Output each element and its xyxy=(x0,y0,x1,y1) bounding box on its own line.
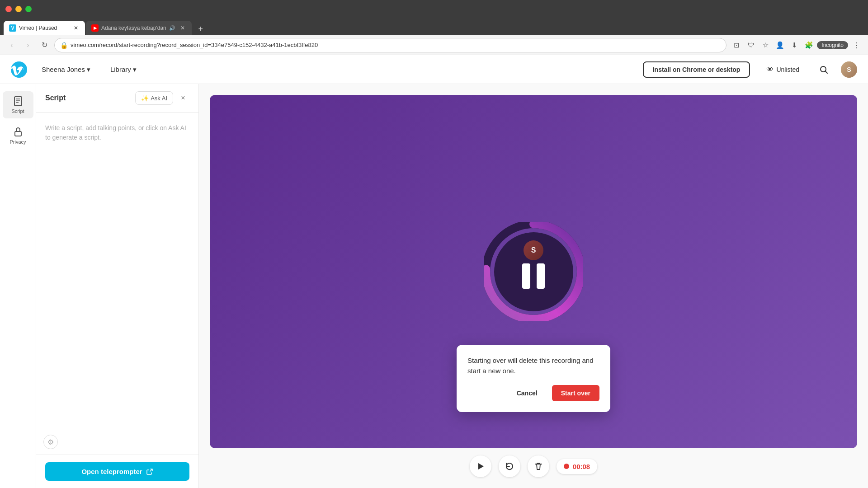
time-text: 00:08 xyxy=(573,463,590,470)
open-teleprompter-button[interactable]: Open teleprompter xyxy=(45,462,189,481)
controls-bar: 00:08 xyxy=(210,448,857,477)
library-chevron-down-icon: ▾ xyxy=(133,66,137,74)
script-panel-close-button[interactable]: × xyxy=(177,92,189,104)
profile-button[interactable]: 👤 xyxy=(774,39,786,52)
more-options-button[interactable]: ⋮ xyxy=(850,39,863,52)
browser-titlebar xyxy=(0,0,868,18)
user-menu-button[interactable]: Sheena Jones ▾ xyxy=(36,63,96,76)
restart-button[interactable] xyxy=(499,455,520,477)
library-label: Library xyxy=(110,66,131,73)
user-chevron-down-icon: ▾ xyxy=(87,66,90,74)
play-button[interactable] xyxy=(470,455,491,477)
user-name-text: Sheena Jones xyxy=(42,66,85,73)
unlisted-label: Unlisted xyxy=(776,66,799,73)
eye-off-icon: 👁 xyxy=(766,66,774,74)
script-icon xyxy=(13,96,24,107)
back-button[interactable]: ‹ xyxy=(5,39,18,52)
dialog-message: Starting over will delete this recording… xyxy=(467,356,599,376)
library-menu-button[interactable]: Library ▾ xyxy=(105,63,142,76)
close-window-button[interactable] xyxy=(5,6,12,12)
ask-ai-label: Ask AI xyxy=(151,95,167,102)
header-nav-library: Library ▾ xyxy=(105,63,142,76)
privacy-lock-icon xyxy=(13,127,24,137)
install-button[interactable]: Install on Chrome or desktop xyxy=(643,61,750,78)
sidebar-privacy-label: Privacy xyxy=(9,139,26,145)
confirmation-dialog: Starting over will delete this recording… xyxy=(457,345,610,412)
youtube-tab-close-button[interactable]: ✕ xyxy=(179,24,186,32)
extensions-button[interactable]: 🧩 xyxy=(802,39,815,52)
unlisted-button[interactable]: 👁 Unlisted xyxy=(759,62,807,77)
video-area: S Starting over will delete thi xyxy=(199,84,868,488)
maximize-window-button[interactable] xyxy=(25,6,32,12)
left-sidebar: Script Privacy xyxy=(0,84,36,488)
vimeo-tab-title: Vimeo | Paused xyxy=(19,25,70,31)
vimeo-tab-favicon: V xyxy=(9,24,16,32)
start-over-button[interactable]: Start over xyxy=(552,385,599,401)
script-panel-title: Script xyxy=(45,94,132,102)
incognito-badge[interactable]: Incognito xyxy=(817,41,848,49)
no-tracking-button[interactable]: 🛡 xyxy=(745,39,757,52)
youtube-tab-favicon: ▶ xyxy=(91,24,99,32)
browser-chrome: V Vimeo | Paused ✕ ▶ Adana keyfasya keba… xyxy=(0,0,868,55)
main-content: Script Privacy Script ✨ Ask AI × Write a xyxy=(0,84,868,488)
teleprompter-label: Open teleprompter xyxy=(81,468,142,475)
svg-point-1 xyxy=(821,66,826,72)
dialog-overlay: Starting over will delete this recording… xyxy=(210,95,857,448)
forward-button[interactable]: › xyxy=(22,39,34,52)
address-bar[interactable]: 🔒 vimeo.com/record/start-recording?recor… xyxy=(54,38,726,52)
audio-icon: 🔊 xyxy=(169,25,175,31)
settings-icon-button[interactable]: ⚙ xyxy=(43,435,58,449)
record-dot-indicator xyxy=(564,464,569,469)
bookmark-button[interactable]: ☆ xyxy=(759,39,772,52)
header-nav-user: Sheena Jones ▾ xyxy=(36,63,96,76)
trash-icon xyxy=(534,462,543,471)
browser-tab-youtube[interactable]: ▶ Adana keyfasya kebap'dan 🔊 ✕ xyxy=(86,21,192,35)
search-icon xyxy=(820,66,828,74)
sparkle-icon: ✨ xyxy=(141,94,149,102)
restart-icon xyxy=(505,461,514,471)
youtube-tab-title: Adana keyfasya kebap'dan xyxy=(101,25,166,31)
ask-ai-button[interactable]: ✨ Ask AI xyxy=(135,91,173,105)
teleprompter-section: Open teleprompter xyxy=(36,455,198,488)
external-link-icon xyxy=(146,468,153,475)
video-container: S Starting over will delete thi xyxy=(210,95,857,448)
avatar[interactable]: S xyxy=(841,61,857,78)
script-placeholder-text: Write a script, add talking points, or c… xyxy=(36,113,198,282)
dialog-actions: Cancel Start over xyxy=(467,385,599,401)
script-panel: Script ✨ Ask AI × Write a script, add ta… xyxy=(36,84,199,488)
vimeo-header: Sheena Jones ▾ Library ▾ Install on Chro… xyxy=(0,55,868,84)
search-button[interactable] xyxy=(816,61,832,78)
sidebar-item-script[interactable]: Script xyxy=(3,91,33,118)
vimeo-app: Sheena Jones ▾ Library ▾ Install on Chro… xyxy=(0,55,868,488)
download-button[interactable]: ⬇ xyxy=(788,39,801,52)
reload-button[interactable]: ↻ xyxy=(38,39,51,52)
url-text: vimeo.com/record/start-recording?record_… xyxy=(71,42,721,48)
vimeo-tab-close-button[interactable]: ✕ xyxy=(72,24,80,32)
svg-rect-7 xyxy=(15,131,21,136)
browser-tab-vimeo[interactable]: V Vimeo | Paused ✕ xyxy=(4,21,85,35)
sidebar-script-label: Script xyxy=(11,108,24,114)
svg-marker-10 xyxy=(478,463,484,469)
cancel-button[interactable]: Cancel xyxy=(508,385,547,401)
svg-line-2 xyxy=(826,71,827,73)
browser-toolbar: ‹ › ↻ 🔒 vimeo.com/record/start-recording… xyxy=(0,35,868,55)
settings-area: ⚙ xyxy=(36,429,198,455)
cast-button[interactable]: ⊡ xyxy=(730,39,743,52)
minimize-window-button[interactable] xyxy=(15,6,22,12)
play-icon xyxy=(476,462,485,471)
toolbar-actions: ⊡ 🛡 ☆ 👤 ⬇ 🧩 Incognito ⋮ xyxy=(730,39,863,52)
new-tab-button[interactable]: + xyxy=(194,23,207,35)
delete-button[interactable] xyxy=(528,455,549,477)
svg-rect-3 xyxy=(14,97,22,106)
secure-lock-icon: 🔒 xyxy=(60,42,68,49)
vimeo-logo[interactable] xyxy=(11,61,27,78)
sidebar-item-privacy[interactable]: Privacy xyxy=(3,122,33,149)
recording-time-display: 00:08 xyxy=(557,459,597,474)
script-panel-header: Script ✨ Ask AI × xyxy=(36,84,198,113)
browser-tabs-bar: V Vimeo | Paused ✕ ▶ Adana keyfasya keba… xyxy=(0,18,868,35)
